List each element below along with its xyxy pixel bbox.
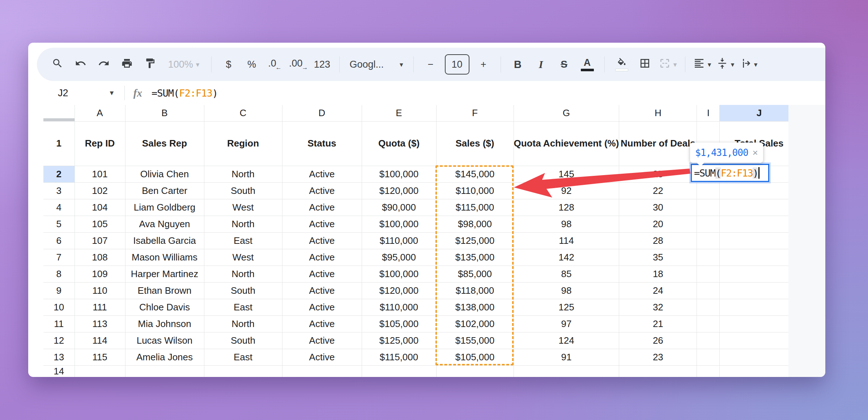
row-header-2[interactable]: 2 bbox=[43, 166, 75, 182]
cell[interactable] bbox=[697, 199, 720, 216]
column-header-B[interactable]: B bbox=[125, 105, 204, 121]
cell[interactable]: West bbox=[204, 249, 282, 266]
cell[interactable]: 21 bbox=[619, 315, 697, 332]
increase-font-size-button[interactable]: + bbox=[475, 54, 493, 75]
cell[interactable]: 85 bbox=[514, 266, 619, 282]
cell[interactable]: $95,000 bbox=[362, 249, 436, 266]
cell[interactable]: 23 bbox=[619, 349, 697, 365]
column-header-G[interactable]: G bbox=[514, 105, 619, 121]
column-header-J[interactable]: J bbox=[720, 105, 799, 121]
cell[interactable]: South bbox=[204, 282, 282, 299]
cell[interactable]: Active bbox=[282, 166, 362, 182]
cell[interactable] bbox=[697, 249, 720, 266]
chevron-down-icon[interactable]: ▼ bbox=[109, 89, 115, 97]
row-header-5[interactable]: 5 bbox=[43, 216, 75, 232]
cell[interactable]: North bbox=[204, 315, 282, 332]
cell[interactable]: Active bbox=[282, 266, 362, 282]
cell[interactable]: Olivia Chen bbox=[125, 166, 204, 182]
cell[interactable] bbox=[697, 299, 720, 315]
merge-cells-button[interactable]: ▾ bbox=[659, 54, 677, 75]
fill-color-button[interactable] bbox=[613, 54, 631, 75]
row-header-11[interactable]: 11 bbox=[43, 315, 75, 332]
cell[interactable]: Mia Johnson bbox=[125, 315, 204, 332]
cell[interactable]: North bbox=[204, 266, 282, 282]
cell[interactable] bbox=[697, 332, 720, 349]
cell[interactable]: $110,000 bbox=[362, 232, 436, 249]
cell[interactable]: 102 bbox=[75, 182, 125, 199]
cell[interactable]: 97 bbox=[514, 315, 619, 332]
cell[interactable]: Active bbox=[282, 315, 362, 332]
number-format-button[interactable]: 123 bbox=[313, 54, 331, 75]
column-header-C[interactable]: C bbox=[204, 105, 282, 121]
cell[interactable]: 114 bbox=[75, 332, 125, 349]
cell[interactable] bbox=[75, 365, 125, 377]
cell[interactable]: $105,000 bbox=[362, 315, 436, 332]
cell[interactable]: Liam Goldberg bbox=[125, 199, 204, 216]
cell[interactable]: 18 bbox=[619, 266, 697, 282]
cell[interactable]: 98 bbox=[514, 282, 619, 299]
cell[interactable] bbox=[720, 282, 799, 299]
format-currency-button[interactable]: $ bbox=[220, 54, 238, 75]
paint-format-button[interactable] bbox=[141, 54, 159, 75]
row-header-3[interactable]: 3 bbox=[43, 182, 75, 199]
zoom-select[interactable]: 100% ▾ bbox=[164, 54, 203, 75]
cell[interactable]: 26 bbox=[619, 332, 697, 349]
cell[interactable]: 91 bbox=[514, 349, 619, 365]
cell[interactable]: Active bbox=[282, 232, 362, 249]
cell[interactable]: Active bbox=[282, 299, 362, 315]
cell[interactable]: 35 bbox=[619, 249, 697, 266]
cell[interactable]: 101 bbox=[75, 166, 125, 182]
cell[interactable] bbox=[697, 349, 720, 365]
column-header-A[interactable]: A bbox=[75, 105, 125, 121]
cell[interactable]: West bbox=[204, 199, 282, 216]
decrease-font-size-button[interactable]: − bbox=[422, 54, 440, 75]
strikethrough-button[interactable]: S bbox=[555, 54, 573, 75]
cell[interactable]: Active bbox=[282, 182, 362, 199]
column-header-D[interactable]: D bbox=[282, 105, 362, 121]
cell[interactable]: Active bbox=[282, 349, 362, 365]
cell[interactable] bbox=[362, 365, 436, 377]
cell[interactable]: Quota Achievement (%) bbox=[514, 121, 619, 166]
cell[interactable]: $100,000 bbox=[362, 216, 436, 232]
column-header-I[interactable]: I bbox=[697, 105, 720, 121]
cell[interactable]: 32 bbox=[619, 299, 697, 315]
cell[interactable]: 108 bbox=[75, 249, 125, 266]
cell[interactable] bbox=[204, 365, 282, 377]
undo-button[interactable] bbox=[72, 54, 90, 75]
cell[interactable]: South bbox=[204, 332, 282, 349]
cell[interactable]: Status bbox=[282, 121, 362, 166]
cell[interactable] bbox=[697, 266, 720, 282]
cell[interactable] bbox=[619, 365, 697, 377]
cell[interactable]: Region bbox=[204, 121, 282, 166]
increase-decimal-button[interactable]: .00→ bbox=[289, 54, 308, 75]
cell[interactable]: 98 bbox=[514, 216, 619, 232]
cell[interactable] bbox=[720, 199, 799, 216]
cell[interactable]: 24 bbox=[619, 282, 697, 299]
row-header-8[interactable]: 8 bbox=[43, 266, 75, 282]
cell[interactable] bbox=[720, 216, 799, 232]
cell[interactable]: 107 bbox=[75, 232, 125, 249]
column-header-E[interactable]: E bbox=[362, 105, 436, 121]
row-header-12[interactable]: 12 bbox=[43, 332, 75, 349]
cell[interactable]: $120,000 bbox=[362, 182, 436, 199]
cell[interactable]: 114 bbox=[514, 232, 619, 249]
cell[interactable]: 110 bbox=[75, 282, 125, 299]
borders-button[interactable] bbox=[636, 54, 654, 75]
italic-button[interactable]: I bbox=[532, 54, 550, 75]
cell[interactable]: Rep ID bbox=[75, 121, 125, 166]
row-header-10[interactable]: 10 bbox=[43, 299, 75, 315]
cell[interactable] bbox=[720, 182, 799, 199]
cell[interactable]: South bbox=[204, 182, 282, 199]
cell[interactable]: $100,000 bbox=[362, 266, 436, 282]
cell[interactable]: $90,000 bbox=[362, 199, 436, 216]
cell[interactable]: 128 bbox=[514, 199, 619, 216]
cell[interactable] bbox=[720, 332, 799, 349]
column-header-F[interactable]: F bbox=[436, 105, 514, 121]
cell[interactable]: Harper Martinez bbox=[125, 266, 204, 282]
cell[interactable] bbox=[720, 349, 799, 365]
cell[interactable] bbox=[697, 282, 720, 299]
vertical-align-button[interactable]: ▾ bbox=[716, 54, 735, 75]
cell[interactable] bbox=[697, 216, 720, 232]
cell[interactable]: Ethan Brown bbox=[125, 282, 204, 299]
search-button[interactable] bbox=[48, 54, 67, 75]
